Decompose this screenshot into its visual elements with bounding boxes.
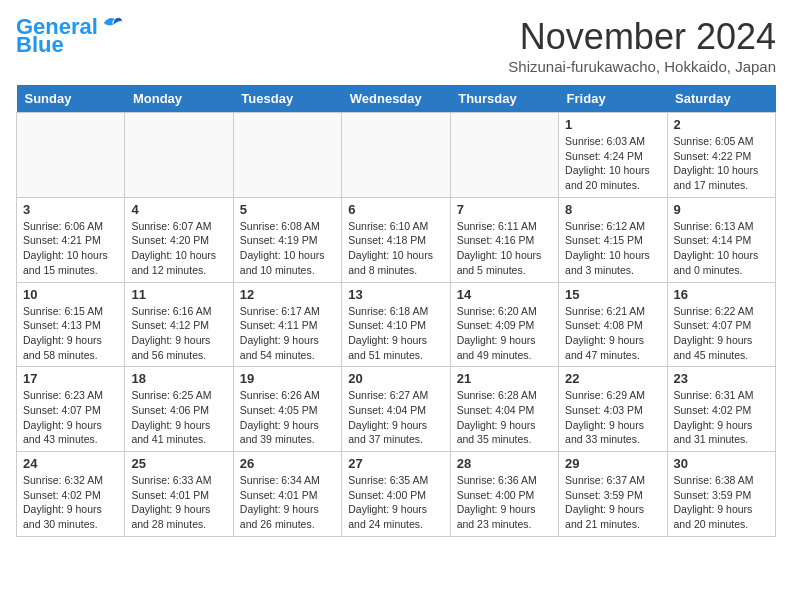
day-info: Sunrise: 6:36 AM Sunset: 4:00 PM Dayligh… [457, 473, 552, 532]
day-number: 21 [457, 371, 552, 386]
day-number: 15 [565, 287, 660, 302]
day-info: Sunrise: 6:12 AM Sunset: 4:15 PM Dayligh… [565, 219, 660, 278]
logo: General Blue [16, 16, 124, 56]
calendar-cell: 10Sunrise: 6:15 AM Sunset: 4:13 PM Dayli… [17, 282, 125, 367]
logo-blue: Blue [16, 34, 64, 56]
day-info: Sunrise: 6:32 AM Sunset: 4:02 PM Dayligh… [23, 473, 118, 532]
day-info: Sunrise: 6:27 AM Sunset: 4:04 PM Dayligh… [348, 388, 443, 447]
calendar-cell [233, 113, 341, 198]
day-number: 14 [457, 287, 552, 302]
calendar-cell: 16Sunrise: 6:22 AM Sunset: 4:07 PM Dayli… [667, 282, 775, 367]
day-info: Sunrise: 6:11 AM Sunset: 4:16 PM Dayligh… [457, 219, 552, 278]
day-number: 29 [565, 456, 660, 471]
calendar-cell: 1Sunrise: 6:03 AM Sunset: 4:24 PM Daylig… [559, 113, 667, 198]
day-info: Sunrise: 6:37 AM Sunset: 3:59 PM Dayligh… [565, 473, 660, 532]
day-number: 25 [131, 456, 226, 471]
calendar-week-2: 3Sunrise: 6:06 AM Sunset: 4:21 PM Daylig… [17, 197, 776, 282]
calendar-cell: 2Sunrise: 6:05 AM Sunset: 4:22 PM Daylig… [667, 113, 775, 198]
weekday-header-sunday: Sunday [17, 85, 125, 113]
page-header: General Blue November 2024 Shizunai-furu… [16, 16, 776, 75]
calendar-cell: 11Sunrise: 6:16 AM Sunset: 4:12 PM Dayli… [125, 282, 233, 367]
calendar-cell: 15Sunrise: 6:21 AM Sunset: 4:08 PM Dayli… [559, 282, 667, 367]
day-info: Sunrise: 6:22 AM Sunset: 4:07 PM Dayligh… [674, 304, 769, 363]
calendar-cell: 8Sunrise: 6:12 AM Sunset: 4:15 PM Daylig… [559, 197, 667, 282]
day-number: 4 [131, 202, 226, 217]
location-subtitle: Shizunai-furukawacho, Hokkaido, Japan [508, 58, 776, 75]
day-info: Sunrise: 6:16 AM Sunset: 4:12 PM Dayligh… [131, 304, 226, 363]
day-number: 8 [565, 202, 660, 217]
calendar-cell: 24Sunrise: 6:32 AM Sunset: 4:02 PM Dayli… [17, 452, 125, 537]
calendar-cell: 12Sunrise: 6:17 AM Sunset: 4:11 PM Dayli… [233, 282, 341, 367]
calendar-cell: 21Sunrise: 6:28 AM Sunset: 4:04 PM Dayli… [450, 367, 558, 452]
day-number: 11 [131, 287, 226, 302]
day-info: Sunrise: 6:17 AM Sunset: 4:11 PM Dayligh… [240, 304, 335, 363]
weekday-header-monday: Monday [125, 85, 233, 113]
day-number: 12 [240, 287, 335, 302]
day-number: 28 [457, 456, 552, 471]
day-info: Sunrise: 6:23 AM Sunset: 4:07 PM Dayligh… [23, 388, 118, 447]
day-number: 19 [240, 371, 335, 386]
day-info: Sunrise: 6:15 AM Sunset: 4:13 PM Dayligh… [23, 304, 118, 363]
day-info: Sunrise: 6:21 AM Sunset: 4:08 PM Dayligh… [565, 304, 660, 363]
day-info: Sunrise: 6:31 AM Sunset: 4:02 PM Dayligh… [674, 388, 769, 447]
calendar-cell: 23Sunrise: 6:31 AM Sunset: 4:02 PM Dayli… [667, 367, 775, 452]
day-number: 16 [674, 287, 769, 302]
calendar-cell: 28Sunrise: 6:36 AM Sunset: 4:00 PM Dayli… [450, 452, 558, 537]
day-number: 26 [240, 456, 335, 471]
day-info: Sunrise: 6:07 AM Sunset: 4:20 PM Dayligh… [131, 219, 226, 278]
calendar-cell [125, 113, 233, 198]
day-info: Sunrise: 6:35 AM Sunset: 4:00 PM Dayligh… [348, 473, 443, 532]
logo-bird-icon [102, 15, 124, 31]
day-info: Sunrise: 6:26 AM Sunset: 4:05 PM Dayligh… [240, 388, 335, 447]
weekday-header-tuesday: Tuesday [233, 85, 341, 113]
day-number: 9 [674, 202, 769, 217]
day-number: 24 [23, 456, 118, 471]
day-info: Sunrise: 6:05 AM Sunset: 4:22 PM Dayligh… [674, 134, 769, 193]
day-number: 7 [457, 202, 552, 217]
day-number: 18 [131, 371, 226, 386]
day-number: 22 [565, 371, 660, 386]
calendar-cell: 3Sunrise: 6:06 AM Sunset: 4:21 PM Daylig… [17, 197, 125, 282]
day-info: Sunrise: 6:33 AM Sunset: 4:01 PM Dayligh… [131, 473, 226, 532]
weekday-header-wednesday: Wednesday [342, 85, 450, 113]
calendar-cell: 18Sunrise: 6:25 AM Sunset: 4:06 PM Dayli… [125, 367, 233, 452]
day-number: 2 [674, 117, 769, 132]
day-info: Sunrise: 6:38 AM Sunset: 3:59 PM Dayligh… [674, 473, 769, 532]
calendar-cell: 6Sunrise: 6:10 AM Sunset: 4:18 PM Daylig… [342, 197, 450, 282]
calendar-cell [17, 113, 125, 198]
title-area: November 2024 Shizunai-furukawacho, Hokk… [508, 16, 776, 75]
day-info: Sunrise: 6:28 AM Sunset: 4:04 PM Dayligh… [457, 388, 552, 447]
calendar-week-1: 1Sunrise: 6:03 AM Sunset: 4:24 PM Daylig… [17, 113, 776, 198]
weekday-header-saturday: Saturday [667, 85, 775, 113]
day-number: 27 [348, 456, 443, 471]
weekday-header-thursday: Thursday [450, 85, 558, 113]
day-info: Sunrise: 6:29 AM Sunset: 4:03 PM Dayligh… [565, 388, 660, 447]
calendar-cell: 9Sunrise: 6:13 AM Sunset: 4:14 PM Daylig… [667, 197, 775, 282]
day-info: Sunrise: 6:25 AM Sunset: 4:06 PM Dayligh… [131, 388, 226, 447]
calendar-cell [450, 113, 558, 198]
calendar-cell: 7Sunrise: 6:11 AM Sunset: 4:16 PM Daylig… [450, 197, 558, 282]
calendar-cell [342, 113, 450, 198]
day-number: 13 [348, 287, 443, 302]
day-number: 3 [23, 202, 118, 217]
calendar-week-5: 24Sunrise: 6:32 AM Sunset: 4:02 PM Dayli… [17, 452, 776, 537]
day-info: Sunrise: 6:18 AM Sunset: 4:10 PM Dayligh… [348, 304, 443, 363]
day-number: 5 [240, 202, 335, 217]
day-info: Sunrise: 6:20 AM Sunset: 4:09 PM Dayligh… [457, 304, 552, 363]
calendar-week-3: 10Sunrise: 6:15 AM Sunset: 4:13 PM Dayli… [17, 282, 776, 367]
day-info: Sunrise: 6:10 AM Sunset: 4:18 PM Dayligh… [348, 219, 443, 278]
day-number: 20 [348, 371, 443, 386]
day-info: Sunrise: 6:13 AM Sunset: 4:14 PM Dayligh… [674, 219, 769, 278]
day-number: 10 [23, 287, 118, 302]
day-info: Sunrise: 6:03 AM Sunset: 4:24 PM Dayligh… [565, 134, 660, 193]
calendar-cell: 13Sunrise: 6:18 AM Sunset: 4:10 PM Dayli… [342, 282, 450, 367]
day-number: 23 [674, 371, 769, 386]
day-info: Sunrise: 6:34 AM Sunset: 4:01 PM Dayligh… [240, 473, 335, 532]
calendar-cell: 17Sunrise: 6:23 AM Sunset: 4:07 PM Dayli… [17, 367, 125, 452]
calendar-cell: 20Sunrise: 6:27 AM Sunset: 4:04 PM Dayli… [342, 367, 450, 452]
day-info: Sunrise: 6:06 AM Sunset: 4:21 PM Dayligh… [23, 219, 118, 278]
day-info: Sunrise: 6:08 AM Sunset: 4:19 PM Dayligh… [240, 219, 335, 278]
day-number: 6 [348, 202, 443, 217]
weekday-header-friday: Friday [559, 85, 667, 113]
calendar-cell: 26Sunrise: 6:34 AM Sunset: 4:01 PM Dayli… [233, 452, 341, 537]
